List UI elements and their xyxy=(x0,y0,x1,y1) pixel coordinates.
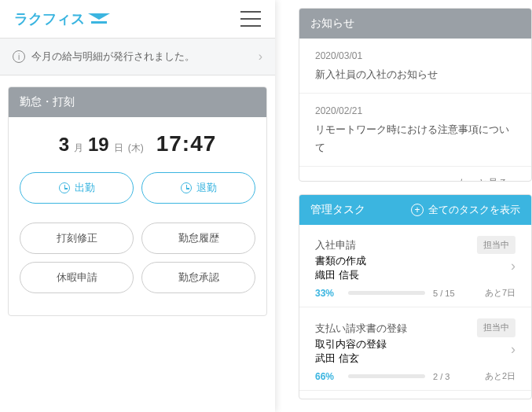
chevron-right-icon: › xyxy=(511,340,515,357)
attendance-approve-button[interactable]: 勤怠承認 xyxy=(141,262,255,293)
news-card: お知らせ 2020/03/01 新入社員の入社のお知らせ 2020/02/21 … xyxy=(299,8,532,182)
news-text: 新入社員の入社のお知らせ xyxy=(315,65,515,83)
chevron-right-icon: › xyxy=(259,50,262,64)
day-unit: 日 xyxy=(114,142,123,155)
tasks-card: 管理タスク + 全てのタスクを表示 入社申請 担当中 書類の作成 織田 信長 ›… xyxy=(299,194,532,399)
day-value: 19 xyxy=(88,134,109,156)
current-datetime: 3 月 19 日 (木) 17:47 xyxy=(20,131,255,156)
progress-bar xyxy=(348,374,425,378)
brand-name: ラクフィス xyxy=(14,9,85,28)
attendance-title: 勤怠・打刻 xyxy=(9,87,266,117)
tasks-header: 管理タスク + 全てのタスクを表示 xyxy=(299,195,531,225)
notice-banner[interactable]: i 今月の給与明細が発行されました。 › xyxy=(0,38,275,75)
left-panel: ラクフィス i 今月の給与明細が発行されました。 › 勤怠・打刻 3 月 19 … xyxy=(0,0,275,412)
month-value: 3 xyxy=(59,134,69,156)
task-progress: 66% 2 / 3 あと2日 xyxy=(315,370,515,382)
due-label: あと7日 xyxy=(476,287,515,299)
progress-percent: 33% xyxy=(315,288,340,299)
brand-logo-icon xyxy=(88,13,110,24)
task-progress: 33% 5 / 15 あと7日 xyxy=(315,287,515,299)
chevron-right-icon: › xyxy=(511,258,515,274)
news-date: 2020/03/01 xyxy=(315,48,515,65)
task-item-truncated[interactable]: 氏名変更申請 担当中 xyxy=(299,391,531,399)
app-header: ラクフィス xyxy=(0,0,275,38)
plus-circle-icon: + xyxy=(411,204,424,216)
more-label: もっと見る xyxy=(457,176,508,181)
leave-request-button[interactable]: 休暇申請 xyxy=(20,262,134,293)
attendance-history-button[interactable]: 勤怠履歴 xyxy=(141,223,255,254)
status-badge: 担当中 xyxy=(477,318,515,337)
news-item[interactable]: 2020/03/01 新入社員の入社のお知らせ xyxy=(299,39,531,94)
clock-icon xyxy=(181,182,192,193)
info-icon: i xyxy=(13,50,25,63)
task-title: 支払い請求書の登録 xyxy=(315,319,407,337)
notice-text: 今月の給与明細が発行されました。 xyxy=(31,50,195,64)
task-item[interactable]: 支払い請求書の登録 担当中 取引内容の登録 武田 信玄 › 66% 2 / 3 … xyxy=(299,307,531,391)
progress-bar xyxy=(348,291,425,295)
show-all-tasks-button[interactable]: + 全てのタスクを表示 xyxy=(411,203,520,217)
task-subtitle: 書類の作成 xyxy=(315,254,515,268)
hamburger-menu-icon[interactable] xyxy=(240,11,261,27)
progress-percent: 66% xyxy=(315,371,340,382)
clock-out-button[interactable]: 退勤 xyxy=(141,172,255,204)
task-subtitle: 取引内容の登録 xyxy=(315,337,515,351)
clock-in-button[interactable]: 出勤 xyxy=(20,172,134,204)
show-all-label: 全てのタスクを表示 xyxy=(428,203,520,217)
task-assignee: 武田 信玄 xyxy=(315,351,515,366)
time-value: 17:47 xyxy=(156,131,217,156)
clock-out-label: 退勤 xyxy=(196,181,217,195)
news-item[interactable]: 2020/02/21 リモートワーク時における注意事項について xyxy=(299,94,531,167)
news-date: 2020/02/21 xyxy=(315,103,515,120)
brand-logo[interactable]: ラクフィス xyxy=(14,9,110,28)
task-title: 入社申請 xyxy=(315,236,356,254)
clock-in-label: 出勤 xyxy=(75,181,95,195)
news-more-button[interactable]: もっと見る › xyxy=(299,167,531,181)
right-panel: お知らせ 2020/03/01 新入社員の入社のお知らせ 2020/02/21 … xyxy=(275,0,532,412)
day-of-week: (木) xyxy=(128,142,144,155)
news-title: お知らせ xyxy=(299,9,531,39)
attendance-card: 勤怠・打刻 3 月 19 日 (木) 17:47 出勤 退勤 xyxy=(8,86,267,316)
due-label: あと2日 xyxy=(476,370,515,382)
chevron-right-icon: › xyxy=(512,176,515,181)
status-badge: 担当中 xyxy=(477,236,515,255)
news-text: リモートワーク時における注意事項について xyxy=(315,120,515,157)
progress-counts: 5 / 15 xyxy=(433,289,468,298)
task-item[interactable]: 入社申請 担当中 書類の作成 織田 信長 › 33% 5 / 15 あと7日 xyxy=(299,225,531,308)
clock-icon xyxy=(59,182,70,193)
edit-stamp-button[interactable]: 打刻修正 xyxy=(20,223,134,254)
tasks-title: 管理タスク xyxy=(310,203,365,217)
month-unit: 月 xyxy=(74,142,83,155)
task-assignee: 織田 信長 xyxy=(315,268,515,282)
progress-counts: 2 / 3 xyxy=(433,372,468,381)
